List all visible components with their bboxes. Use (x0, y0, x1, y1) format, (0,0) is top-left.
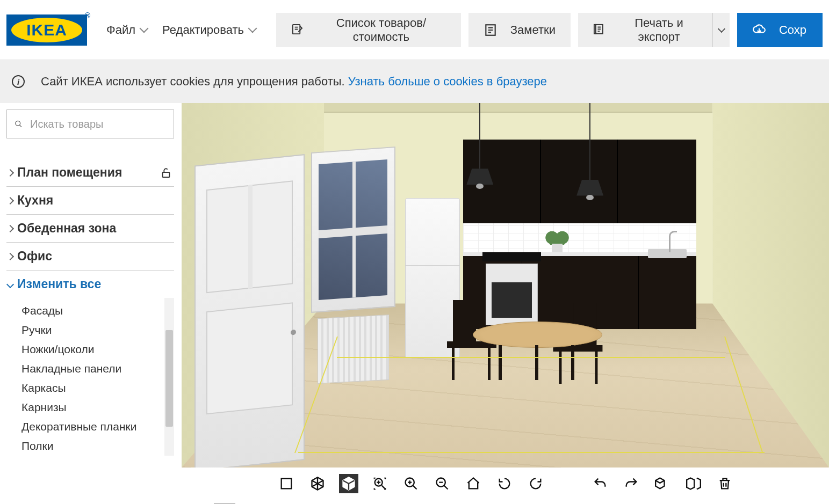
save-label: Сохр (779, 23, 806, 37)
sub-shelves[interactable]: Полки (21, 436, 174, 456)
door (194, 154, 305, 468)
notes-icon (484, 23, 498, 37)
sub-cornices[interactable]: Карнизы (21, 398, 174, 417)
chevron-right-icon (6, 169, 14, 176)
sub-fronts[interactable]: Фасады (21, 301, 174, 320)
accordion-office-label: Офис (17, 249, 52, 264)
svg-rect-3 (594, 24, 596, 33)
chevron-right-icon (6, 196, 14, 204)
room-scene (182, 103, 829, 468)
sub-frames[interactable]: Каркасы (21, 378, 174, 398)
view-3d-wire-button[interactable] (308, 474, 327, 493)
plant (544, 227, 570, 253)
sublist-scrollbar[interactable] (164, 298, 174, 456)
print-icon (593, 23, 605, 37)
top-bar: IKEA ® Файл Редактировать Список товаров… (0, 0, 829, 60)
info-icon: i (12, 75, 25, 88)
unlock-icon[interactable] (160, 167, 172, 179)
print-export-dropdown[interactable] (712, 13, 729, 47)
pendant-lamp-2 (589, 103, 590, 180)
chevron-down-icon (248, 24, 257, 33)
cloud-save-icon (752, 23, 766, 37)
rotate-ccw-button[interactable] (526, 474, 545, 493)
sub-legs[interactable]: Ножки/цоколи (21, 340, 174, 359)
accordion-list: План помещения Кухня Обеденная зона (6, 159, 174, 504)
notes-button[interactable]: Заметки (468, 13, 571, 47)
cooktop (482, 252, 540, 261)
accordion-kitchen-label: Кухня (17, 193, 53, 208)
menu-edit[interactable]: Редактировать (162, 23, 256, 37)
logo-text: IKEA (11, 18, 82, 42)
accordion-room-plan[interactable]: План помещения (6, 159, 174, 187)
accordion-office[interactable]: Офис (6, 243, 174, 271)
search-box[interactable] (6, 109, 174, 138)
menu-file[interactable]: Файл (106, 23, 147, 37)
sink (648, 249, 687, 258)
cookie-text: Сайт ИКЕА использует cookies для упрощен… (41, 75, 547, 89)
accordion-change-all-label: Изменить все (17, 277, 101, 291)
sidebar: План помещения Кухня Обеденная зона (0, 103, 178, 504)
product-list-button[interactable]: Список товаров/стоимость (276, 13, 461, 47)
cookie-text-body: Сайт ИКЕА использует cookies для упрощен… (41, 75, 348, 88)
viewport-column: Paint (178, 103, 829, 504)
chevron-down-icon (140, 24, 149, 33)
radiator (318, 315, 389, 384)
svg-rect-6 (281, 479, 291, 489)
sub-cover-panels[interactable]: Накладные панели (21, 359, 174, 378)
zoom-in-button[interactable] (401, 474, 421, 493)
chevron-down-icon (6, 280, 14, 288)
3d-canvas[interactable] (182, 103, 829, 468)
zoom-fit-button[interactable] (370, 474, 390, 493)
logo[interactable]: IKEA ® (6, 14, 87, 46)
menu-edit-label: Редактировать (162, 23, 244, 37)
copy-button[interactable] (653, 474, 672, 493)
view-2d-button[interactable] (277, 474, 296, 493)
redo-button[interactable] (622, 474, 641, 493)
pendant-lamp-1 (479, 103, 480, 169)
svg-rect-5 (163, 172, 170, 177)
svg-point-4 (16, 121, 20, 126)
dining-table (473, 322, 602, 380)
faucet (669, 231, 676, 253)
save-button[interactable]: Сохр (737, 13, 823, 47)
window (311, 147, 395, 313)
sub-handles[interactable]: Ручки (21, 320, 174, 340)
cookie-learn-more-link[interactable]: Узнать больше о cookies в браузере (348, 75, 547, 88)
print-export-button[interactable]: Печать и экспорт (578, 13, 730, 47)
product-list-label: Список товаров/стоимость (316, 16, 446, 44)
ceiling-molding (324, 103, 712, 113)
chevron-down-icon (718, 25, 725, 32)
main-area: План помещения Кухня Обеденная зона (0, 103, 829, 504)
view-3d-solid-button[interactable] (339, 474, 358, 493)
zoom-out-button[interactable] (432, 474, 452, 493)
mirror-button[interactable] (684, 474, 703, 493)
accordion-room-plan-label: План помещения (17, 165, 122, 180)
list-price-icon (291, 23, 304, 37)
view-toolbar: Paint (182, 468, 829, 504)
undo-button[interactable] (590, 474, 610, 493)
menu-file-label: Файл (106, 23, 135, 37)
delete-button[interactable] (715, 474, 734, 493)
scrollbar-thumb[interactable] (165, 330, 173, 427)
top-buttons-group: Список товаров/стоимость Заметки Печать … (276, 13, 823, 47)
sub-deco-strips[interactable]: Декоративные планки (21, 417, 174, 436)
home-view-button[interactable] (464, 474, 483, 493)
wall-cabinets (463, 140, 696, 223)
selection-guide (298, 452, 765, 453)
print-export-label: Печать и экспорт (618, 16, 700, 44)
selection-guide (337, 357, 725, 358)
rotate-cw-button[interactable] (495, 474, 514, 493)
search-icon (15, 118, 23, 130)
accordion-kitchen[interactable]: Кухня (6, 187, 174, 215)
notes-label: Заметки (510, 23, 556, 37)
search-input[interactable] (30, 118, 166, 130)
registered-mark: ® (85, 11, 90, 20)
chevron-right-icon (6, 252, 14, 260)
accordion-dining-label: Обеденная зона (17, 221, 116, 236)
change-all-sublist: Фасады Ручки Ножки/цоколи Накладные пане… (6, 298, 174, 456)
accordion-dining[interactable]: Обеденная зона (6, 215, 174, 243)
cookie-banner: i Сайт ИКЕА использует cookies для упрощ… (0, 60, 829, 103)
accordion-change-all[interactable]: Изменить все (6, 271, 174, 298)
menubar: Файл Редактировать (106, 23, 256, 37)
chevron-right-icon (6, 224, 14, 232)
